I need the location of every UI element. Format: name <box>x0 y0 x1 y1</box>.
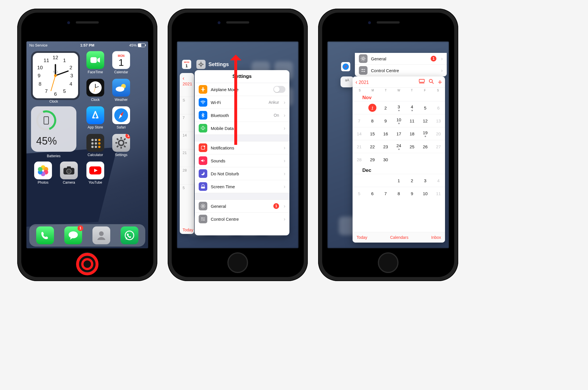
cell-icon <box>199 124 207 132</box>
calendar-day[interactable]: 11 <box>432 187 445 200</box>
home-screen[interactable]: No Service 1:57 PM 45% 123691245781011ND… <box>26 41 148 248</box>
calendar-view-icon[interactable] <box>419 79 425 85</box>
calendar-day[interactable]: 1 <box>392 174 405 187</box>
calendar-day[interactable]: 11 <box>405 114 419 127</box>
calendar-day[interactable]: 26 <box>419 140 432 153</box>
calendar-day[interactable]: 13 <box>432 114 445 127</box>
search-icon[interactable] <box>429 79 434 85</box>
calendar-day[interactable]: 4 <box>405 101 419 114</box>
calendar-day[interactable]: 3 <box>392 101 405 114</box>
calendar-day[interactable]: 2 <box>379 101 392 114</box>
home-button[interactable] <box>378 252 399 273</box>
clock-widget[interactable]: 123691245781011ND <box>31 51 80 100</box>
dock-messages[interactable]: 1 <box>64 226 82 244</box>
calendar-day[interactable]: 27 <box>432 140 445 153</box>
settings-row-wi-fi[interactable]: Wi-FiAnkur› <box>195 96 289 109</box>
calendar-day[interactable]: 28 <box>353 153 366 166</box>
dock-phone[interactable] <box>36 226 54 244</box>
calendar-day[interactable]: 29 <box>366 153 379 166</box>
home-button[interactable] <box>227 252 248 273</box>
calendar-day[interactable]: 6 <box>366 187 379 200</box>
calendar-today-button[interactable]: Today <box>357 235 367 240</box>
calendar-day[interactable]: 15 <box>366 127 379 140</box>
calendar-day[interactable]: 8 <box>366 114 379 127</box>
dock-whatsapp[interactable] <box>121 226 138 244</box>
facetime-icon <box>90 56 100 64</box>
calendar-day[interactable]: 24 <box>392 140 405 153</box>
calendar-day[interactable]: 10 <box>419 187 432 200</box>
app-photos[interactable]: Photos <box>33 162 53 185</box>
settings-row-general[interactable]: General1› <box>355 53 447 65</box>
calendar-day[interactable]: 19 <box>419 127 432 140</box>
calendar-day[interactable]: 2 <box>405 174 419 187</box>
calendar-day[interactable]: 9 <box>379 114 392 127</box>
svg-text:7: 7 <box>45 88 48 94</box>
app-weather[interactable]: Weather <box>111 79 131 102</box>
settings-row-sounds[interactable]: Sounds› <box>195 154 289 167</box>
calendar-day[interactable]: 25 <box>405 140 419 153</box>
camera-icon <box>63 166 75 175</box>
app-clock[interactable]: Clock <box>85 79 106 102</box>
badge: 1 <box>273 203 279 209</box>
calendar-day[interactable]: 17 <box>392 127 405 140</box>
calendar-day[interactable]: 12 <box>419 114 432 127</box>
batteries-widget[interactable]: 45% <box>31 106 76 152</box>
calendar-back-year[interactable]: ‹ 2021 <box>355 79 369 85</box>
calendar-day[interactable]: 10 <box>392 114 405 127</box>
calendar-day[interactable]: 30 <box>379 153 392 166</box>
calendar-day[interactable]: 6 <box>432 101 445 114</box>
app-switcher-2[interactable]: General1› Control Centre› aA ‹ 2021 + SM… <box>327 41 449 248</box>
settings-row-notifications[interactable]: Notifications› <box>195 141 289 154</box>
calendar-day[interactable]: 8 <box>392 187 405 200</box>
app-facetime[interactable]: FaceTime <box>85 51 106 74</box>
switcher-card-safari-peek[interactable]: aA <box>341 76 354 87</box>
dock-contacts[interactable] <box>92 226 110 244</box>
switcher-card-settings[interactable]: Settings Airplane Mode Wi-FiAnkur› Bluet… <box>195 70 289 235</box>
calendar-day[interactable]: 5 <box>419 101 432 114</box>
calendar-day[interactable]: 3 <box>419 174 432 187</box>
add-event-button[interactable]: + <box>438 78 442 87</box>
settings-row-control-centre[interactable]: Control Centre› <box>195 213 289 225</box>
app-calendar[interactable]: MON1Calendar <box>111 51 131 74</box>
app-youtube[interactable]: YouTube <box>85 162 106 185</box>
calendar-day[interactable]: 7 <box>379 187 392 200</box>
calendar-day[interactable]: 18 <box>405 127 419 140</box>
app-settings[interactable]: 1Settings <box>111 134 131 157</box>
svg-rect-69 <box>201 187 205 189</box>
calendar-day[interactable]: 22 <box>366 140 379 153</box>
gear-icon <box>196 60 206 69</box>
chevron-right-icon: › <box>441 68 443 74</box>
app-camera[interactable]: Camera <box>59 162 79 185</box>
svg-line-77 <box>201 204 202 205</box>
app-safari[interactable]: Safari <box>111 106 131 129</box>
calendar-day[interactable]: 16 <box>379 127 392 140</box>
switcher-card-settings-peek[interactable]: General1› Control Centre› <box>355 53 447 76</box>
calendar-today-link[interactable]: Today <box>183 228 193 232</box>
app-calculator[interactable]: Calculator <box>85 134 106 157</box>
calendar-day[interactable]: 7 <box>353 114 366 127</box>
toggle[interactable] <box>273 86 285 93</box>
settings-row-do-not-disturb[interactable]: Do Not Disturb› <box>195 167 289 180</box>
calendar-day[interactable]: 4 <box>432 174 445 187</box>
calendar-day[interactable]: 9 <box>405 187 419 200</box>
calendar-inbox-button[interactable]: Inbox <box>431 235 441 240</box>
svg-point-36 <box>98 146 100 148</box>
calendar-day[interactable]: 5 <box>353 187 366 200</box>
app-appstore[interactable]: App Store <box>85 106 106 129</box>
calendar-calendars-button[interactable]: Calendars <box>390 235 409 240</box>
svg-point-72 <box>202 205 204 207</box>
settings-row-airplane-mode[interactable]: Airplane Mode <box>195 83 289 96</box>
calendar-day[interactable]: 14 <box>353 127 366 140</box>
calendar-day-today[interactable]: 1 <box>366 101 379 114</box>
calendar-day[interactable]: 20 <box>432 127 445 140</box>
settings-row-screen-time[interactable]: Screen Time› <box>195 180 289 193</box>
settings-row-mobile-data[interactable]: Mobile Data› <box>195 122 289 135</box>
switcher-card-calendar[interactable]: ‹ 2021 + SMTWTFS Nov 1234567891011121314… <box>353 76 445 243</box>
app-switcher[interactable]: ‹ 2021 S 7 14 21 28 5 Today MON1 Setting… <box>177 41 299 248</box>
settings-row-bluetooth[interactable]: BluetoothOn› <box>195 109 289 122</box>
calendar-day[interactable]: 23 <box>379 140 392 153</box>
settings-row-control-centre[interactable]: Control Centre› <box>355 65 447 76</box>
settings-row-general[interactable]: General1› <box>195 200 289 213</box>
calendar-day[interactable]: 21 <box>353 140 366 153</box>
switcher-card-calendar[interactable]: ‹ 2021 S 7 14 21 28 5 Today <box>180 73 194 234</box>
